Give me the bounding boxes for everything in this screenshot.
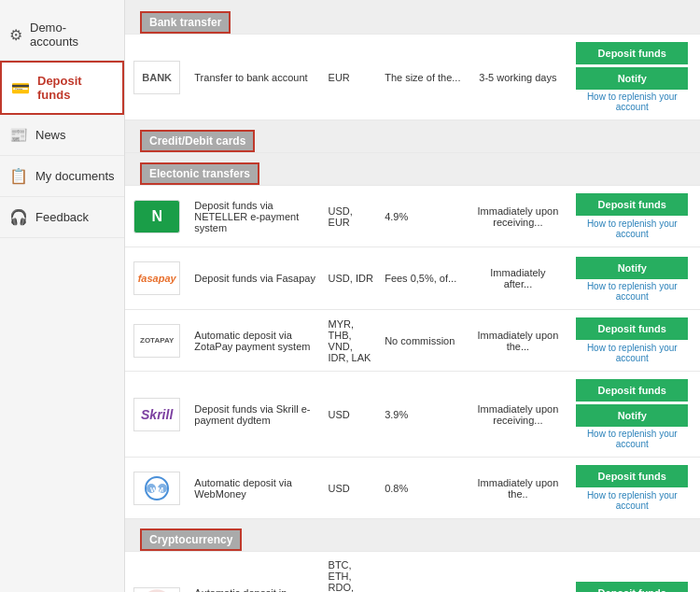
table-row: N Deposit funds via NETELLER e-payment s… [125, 186, 700, 247]
zotapay-logo: ZOTAPAY [133, 324, 180, 358]
sidebar-item-my-documents[interactable]: 📋 My documents [0, 156, 124, 197]
bank-notify-button[interactable]: Notify [576, 67, 688, 90]
electronic-section-header: Electonic transfers [140, 162, 259, 185]
zotapay-replenish-link[interactable]: How to replenish your account [570, 343, 695, 363]
fasapay-notify-button[interactable]: Notify [576, 257, 688, 279]
skrill-currency-cell: USD [323, 372, 380, 458]
fasapay-description: Deposit funds via Fasapay [194, 273, 315, 284]
skrill-desc-cell: Deposit funds via Skrill e-payment dydte… [189, 372, 322, 458]
crypto-header-row: Cryptocurrency [125, 519, 700, 552]
neteller-deposit-button[interactable]: Deposit funds [576, 193, 688, 216]
bank-action-cell: Deposit funds Notify How to replenish yo… [565, 35, 701, 120]
table-row: BANK Transfer to bank account EUR The si… [125, 35, 700, 120]
bank-timing-cell: 3-5 working days [471, 35, 564, 120]
demo-accounts-icon: ⚙ [9, 26, 22, 44]
bank-deposit-button[interactable]: Deposit funds [576, 42, 688, 64]
webmoney-action-cell: Deposit funds How to replenish your acco… [565, 458, 701, 519]
bank-description: Transfer to bank account [194, 72, 307, 83]
sidebar-item-news[interactable]: 📰 News [0, 115, 124, 156]
webmoney-timing: Immadiately upon the.. [478, 477, 559, 500]
skrill-fee: 3.9% [385, 409, 408, 420]
webmoney-replenish-link[interactable]: How to replenish your account [570, 490, 695, 511]
neteller-timing-cell: Immadiately upon receiving... [471, 186, 564, 247]
fasapay-timing-cell: Immadiately after... [471, 247, 564, 310]
deposit-funds-icon: 💳 [11, 79, 30, 97]
zotapay-timing-cell: Immadiately upon the... [471, 310, 564, 372]
zotapay-description: Automatic deposit via ZotaPay payment sy… [194, 330, 310, 352]
electronic-header-row: Electonic transfers [125, 153, 700, 186]
webmoney-deposit-button[interactable]: Deposit funds [576, 465, 688, 487]
radio-fee-cell: Bitcoin/Ethere... [379, 552, 471, 593]
svg-text:WM: WM [150, 486, 164, 494]
sidebar-item-label: Feedback [35, 210, 89, 224]
feedback-icon: 🎧 [9, 208, 28, 226]
webmoney-fee-cell: 0.8% [379, 458, 471, 519]
sidebar-item-label: Demo-accounts [30, 21, 115, 49]
fasapay-action-cell: Notify How to replenish your account [565, 247, 701, 310]
zotapay-fee: No commission [385, 335, 455, 346]
bank-timing: 3-5 working days [479, 72, 556, 83]
table-row: WM Automatic deposit via WebMoney USD 0.… [125, 458, 700, 519]
crypto-section-header: Cryptocurrency [140, 529, 242, 551]
radio-logo-cell: R [125, 552, 189, 593]
neteller-desc-cell: Deposit funds via NETELLER e-payment sys… [189, 186, 322, 247]
bank-logo-text: BANK [142, 72, 172, 83]
sidebar: ⚙ Demo-accounts 💳 Deposit funds 📰 News 📋… [0, 0, 125, 592]
sidebar-item-label: News [35, 128, 66, 142]
deposit-table: Bank transfer BANK Transfer to bank acco… [125, 0, 700, 592]
sidebar-item-demo-accounts[interactable]: ⚙ Demo-accounts [0, 9, 124, 61]
webmoney-desc-cell: Automatic deposit via WebMoney [189, 458, 322, 519]
credit-debit-header-row: Credit/Debit cards [125, 120, 700, 153]
bank-fee: The size of the... [385, 72, 460, 83]
table-row: Skrill Deposit funds via Skrill e-paymen… [125, 372, 700, 458]
neteller-action-cell: Deposit funds How to replenish your acco… [565, 186, 701, 247]
skrill-timing: Immadiately upon receiving... [478, 403, 559, 426]
zotapay-currency: MYR, THB, VND, IDR, LAK [329, 318, 371, 363]
webmoney-icon: WM [138, 474, 175, 502]
bank-logo: BANK [133, 61, 180, 94]
fasapay-currency-cell: USD, IDR [323, 247, 380, 310]
skrill-fee-cell: 3.9% [379, 372, 471, 458]
bank-replenish-link[interactable]: How to replenish your account [570, 92, 695, 112]
zotapay-timing: Immadiately upon the... [478, 330, 559, 352]
webmoney-timing-cell: Immadiately upon the.. [471, 458, 564, 519]
skrill-action-cell: Deposit funds Notify How to replenish yo… [565, 372, 701, 458]
zotapay-logo-text: ZOTAPAY [140, 336, 174, 345]
sidebar-item-label: Deposit funds [37, 74, 113, 102]
fasapay-fee: Fees 0,5%, of... [385, 273, 456, 284]
skrill-replenish-link[interactable]: How to replenish your account [570, 429, 695, 449]
bank-currency: EUR [329, 72, 350, 83]
neteller-replenish-link[interactable]: How to replenish your account [570, 218, 695, 239]
sidebar-item-deposit-funds[interactable]: 💳 Deposit funds [0, 61, 124, 115]
radio-logo: R [133, 587, 180, 592]
skrill-logo-cell: Skrill [125, 372, 189, 458]
bank-transfer-section-header: Bank transfer [140, 11, 231, 34]
sidebar-item-feedback[interactable]: 🎧 Feedback [0, 197, 124, 238]
skrill-logo: Skrill [133, 398, 180, 431]
fasapay-logo: fasapay [133, 261, 180, 295]
zotapay-logo-cell: ZOTAPAY [125, 310, 189, 372]
neteller-logo: N [133, 200, 180, 233]
table-row: R Automatic deposit in cryptocurrency vi… [125, 552, 700, 593]
radio-description: Automatic deposit in cryptocurrency via … [194, 587, 287, 592]
radio-deposit-button[interactable]: Deposit funds [576, 582, 688, 593]
zotapay-deposit-button[interactable]: Deposit funds [576, 317, 688, 340]
bank-transfer-header-row: Bank transfer [125, 0, 700, 35]
fasapay-replenish-link[interactable]: How to replenish your account [570, 281, 695, 302]
radio-action-cell: Deposit funds How to replenish your acco… [565, 552, 701, 593]
zotapay-currency-cell: MYR, THB, VND, IDR, LAK [323, 310, 380, 372]
main-content: Bank transfer BANK Transfer to bank acco… [125, 0, 700, 592]
bank-description-cell: Transfer to bank account [189, 35, 322, 120]
news-icon: 📰 [9, 126, 28, 144]
webmoney-currency: USD [329, 483, 350, 494]
bank-fee-cell: The size of the... [379, 35, 471, 120]
fasapay-fee-cell: Fees 0,5%, of... [379, 247, 471, 310]
skrill-notify-button[interactable]: Notify [576, 404, 688, 427]
zotapay-action-cell: Deposit funds How to replenish your acco… [565, 310, 701, 372]
neteller-logo-text: N [151, 208, 162, 225]
skrill-deposit-button[interactable]: Deposit funds [576, 379, 688, 402]
skrill-timing-cell: Immadiately upon receiving... [471, 372, 564, 458]
bank-currency-cell: EUR [323, 35, 380, 120]
bank-logo-cell: BANK [125, 35, 189, 120]
radio-currency: BTC, ETH, RDO, TRX, USDT ERC20, USDT TRC… [329, 559, 365, 592]
